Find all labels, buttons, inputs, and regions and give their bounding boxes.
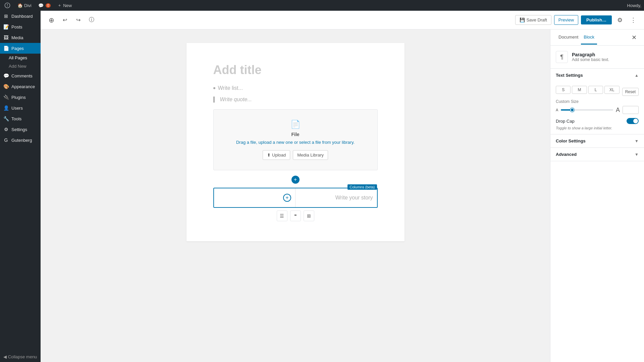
size-m-button[interactable]: M	[572, 86, 587, 94]
sidebar-item-pages[interactable]: 📄 Pages	[0, 43, 41, 54]
columns-tool-button[interactable]: ⊞	[304, 210, 314, 221]
upload-label: Upload	[272, 153, 286, 158]
comments-icon: 💬	[3, 73, 9, 78]
collapse-menu[interactable]: ◀ Collapse menu	[0, 352, 41, 362]
publish-button[interactable]: Publish…	[581, 15, 612, 24]
file-block[interactable]: 📄 File Drag a file, upload a new one or …	[213, 109, 378, 170]
gutenberg-icon: G	[3, 137, 9, 143]
new-label: New	[63, 3, 72, 8]
quote-block[interactable]: Write quote...	[213, 97, 378, 103]
file-icon: 📄	[224, 120, 367, 129]
main-layout: ⊞ Dashboard 📝 Posts 🖼 Media 📄 Pages All …	[0, 11, 644, 362]
file-title: File	[224, 132, 367, 137]
text-settings-header[interactable]: Text Settings ▲	[550, 69, 644, 82]
size-xl-button[interactable]: XL	[604, 86, 619, 94]
site-name-item[interactable]: 🏠 Divi	[16, 0, 33, 11]
publish-label: Publish…	[586, 17, 606, 22]
paragraph-icon: ¶	[560, 54, 564, 61]
size-input[interactable]	[623, 106, 639, 114]
list-tool-button[interactable]: ☰	[277, 210, 287, 221]
font-size-large-a: A	[616, 107, 620, 114]
custom-size-label: Custom Size	[556, 99, 639, 104]
column-left: +	[214, 188, 296, 207]
plugins-icon: 🔌	[3, 95, 9, 100]
size-xl-label: XL	[609, 87, 614, 92]
color-settings-section: Color Settings ▼	[550, 134, 644, 148]
preview-label: Preview	[558, 17, 574, 22]
size-l-label: L	[595, 87, 597, 92]
sidebar-label-gutenberg: Gutenberg	[11, 138, 32, 143]
block-tab-label: Block	[584, 35, 594, 40]
reset-button[interactable]: Reset	[622, 88, 639, 96]
media-library-button[interactable]: Media Library	[293, 150, 328, 160]
text-settings-label: Text Settings	[556, 73, 583, 78]
size-m-label: M	[578, 87, 581, 92]
drop-cap-toggle[interactable]	[627, 118, 639, 124]
tab-document[interactable]: Document	[556, 31, 581, 45]
add-block-button[interactable]: ⊕	[46, 15, 57, 25]
sidebar-item-gutenberg[interactable]: G Gutenberg	[0, 135, 41, 145]
sidebar-item-appearance[interactable]: 🎨 Appearance	[0, 81, 41, 92]
sidebar-item-media[interactable]: 🖼 Media	[0, 32, 41, 43]
right-panel: Document Block ✕ ¶ Paragraph Add	[550, 29, 644, 362]
block-info-text: Paragraph Add some basic text.	[572, 52, 609, 62]
redo-icon: ↪	[76, 17, 80, 23]
pages-icon: 📄	[3, 46, 9, 51]
custom-size-row: A A	[556, 106, 639, 114]
sidebar-item-plugins[interactable]: 🔌 Plugins	[0, 92, 41, 103]
font-size-slider[interactable]	[561, 109, 613, 111]
column-right: Write your story	[296, 188, 377, 207]
advanced-section: Advanced ▼	[550, 148, 644, 161]
columns-block[interactable]: Columns (beta) + Write your story	[213, 188, 378, 208]
tab-block[interactable]: Block	[581, 31, 597, 45]
sidebar-label-posts: Posts	[11, 24, 22, 29]
advanced-label: Advanced	[556, 152, 577, 157]
editor-panel-layout: Write list... Write quote... 📄 File Drag…	[41, 29, 644, 362]
sidebar-label-tools: Tools	[11, 116, 21, 121]
info-button[interactable]: ⓘ	[86, 15, 97, 25]
plus-circle-icon: ⊕	[49, 16, 54, 24]
size-buttons: S M L XL	[556, 86, 620, 94]
info-icon: ⓘ	[89, 16, 94, 23]
list-block[interactable]: Write list...	[213, 85, 378, 91]
more-options-button[interactable]: ⋮	[628, 15, 639, 25]
undo-icon: ↩	[63, 17, 67, 23]
size-s-button[interactable]: S	[556, 86, 571, 94]
redo-button[interactable]: ↪	[73, 15, 84, 25]
new-item[interactable]: ＋ New	[56, 0, 73, 11]
slider-thumb	[570, 108, 574, 112]
sidebar-item-posts[interactable]: 📝 Posts	[0, 21, 41, 32]
editor-canvas[interactable]: Write list... Write quote... 📄 File Drag…	[41, 29, 550, 362]
sidebar-item-tools[interactable]: 🔧 Tools	[0, 113, 41, 124]
sidebar-item-comments[interactable]: 💬 Comments	[0, 70, 41, 81]
document-tab-label: Document	[558, 35, 578, 40]
block-name: Paragraph	[572, 52, 609, 57]
sidebar-label-settings: Settings	[11, 127, 27, 132]
color-settings-header[interactable]: Color Settings ▼	[550, 134, 644, 147]
sidebar-item-users[interactable]: 👤 Users	[0, 103, 41, 113]
site-name: Divi	[24, 3, 32, 8]
quote-tool-button[interactable]: ❝	[290, 210, 301, 221]
add-block-center-button[interactable]: +	[291, 176, 300, 184]
panel-close-button[interactable]: ✕	[629, 33, 639, 42]
title-input[interactable]	[213, 63, 378, 77]
wp-logo-item[interactable]	[3, 0, 12, 11]
tools-icon: 🔧	[3, 116, 9, 121]
sidebar-label-comments: Comments	[11, 73, 33, 78]
size-l-button[interactable]: L	[588, 86, 603, 94]
advanced-header[interactable]: Advanced ▼	[550, 148, 644, 161]
collapse-menu-label: Collapse menu	[8, 354, 37, 359]
quote-placeholder: Write quote...	[220, 97, 252, 102]
preview-button[interactable]: Preview	[554, 15, 578, 25]
add-column-button[interactable]: +	[283, 194, 291, 202]
settings-gear-button[interactable]: ⚙	[614, 15, 625, 25]
sidebar-item-dashboard[interactable]: ⊞ Dashboard	[0, 11, 41, 21]
upload-icon: ⬆	[267, 153, 271, 158]
upload-button[interactable]: ⬆ Upload	[263, 150, 290, 160]
undo-button[interactable]: ↩	[59, 15, 70, 25]
comments-item[interactable]: 💬 0	[37, 0, 52, 11]
sidebar-item-settings[interactable]: ⚙ Settings	[0, 124, 41, 135]
sidebar-sub-add-new[interactable]: Add New	[0, 62, 41, 70]
save-draft-button[interactable]: 💾 Save Draft	[515, 15, 551, 25]
sidebar-sub-all-pages[interactable]: All Pages	[0, 54, 41, 62]
